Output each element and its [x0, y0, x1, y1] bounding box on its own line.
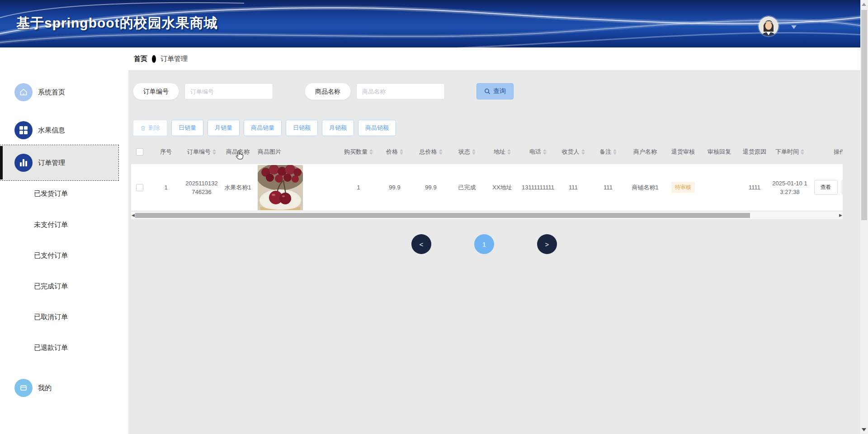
column-header-remark[interactable]: 备注: [591, 148, 625, 156]
breadcrumb-current: 订单管理: [160, 55, 188, 63]
column-header-total[interactable]: 总价格: [412, 148, 450, 156]
content-body: 订单编号 商品名称 查询 删除 日销量 月销量 商品销量: [128, 71, 860, 434]
product-sales-button[interactable]: 商品销量: [244, 120, 282, 136]
sort-caret-icon[interactable]: [801, 149, 804, 155]
column-header-merchant: 商户名称: [625, 148, 665, 156]
sidebar-item-shipped-orders[interactable]: 已发货订单: [0, 184, 118, 203]
column-header-address[interactable]: 地址: [484, 148, 520, 156]
sidebar-item-cancelled-orders[interactable]: 已取消订单: [0, 308, 118, 326]
view-button[interactable]: 查看: [814, 180, 838, 195]
sidebar-item-system-home[interactable]: 系统首页: [0, 77, 118, 108]
sidebar-item-completed-orders[interactable]: 已完成订单: [0, 277, 118, 295]
sidebar-item-label: 已支付订单: [34, 251, 68, 260]
sidebar-item-refunded-orders[interactable]: 已退款订单: [0, 339, 118, 357]
product-revenue-button[interactable]: 商品销额: [358, 120, 396, 136]
grid-icon: [14, 121, 33, 139]
cell-index: 1: [148, 184, 184, 191]
pagination-prev-button[interactable]: <: [411, 234, 431, 254]
scroll-down-arrow-icon[interactable]: [862, 428, 866, 431]
cell-qty: 1: [340, 184, 377, 191]
sidebar-item-label: 订单管理: [38, 159, 65, 167]
breadcrumb-home[interactable]: 首页: [134, 55, 147, 63]
monthly-revenue-label: 月销额: [329, 124, 347, 132]
search-button-label: 查询: [493, 87, 506, 95]
select-all-checkbox[interactable]: [136, 148, 143, 156]
order-no-filter-label: 订单编号: [133, 83, 179, 100]
sidebar-item-label: 已发货订单: [34, 189, 68, 198]
monthly-revenue-button[interactable]: 月销额: [322, 120, 354, 136]
table-header-row: 序号 订单编号 商品名称 商品图片 购买数量 价格 总价格 状态 地址 电话 收…: [131, 140, 843, 164]
cell-return-audit: 待审核: [665, 182, 701, 193]
row-checkbox[interactable]: [136, 184, 143, 191]
product-revenue-label: 商品销额: [365, 124, 389, 132]
cell-remark: 111: [591, 184, 625, 191]
column-header-image: 商品图片: [256, 148, 340, 156]
sort-caret-icon[interactable]: [212, 149, 216, 155]
daily-revenue-label: 日销额: [293, 124, 311, 132]
pagination-next-button[interactable]: >: [537, 234, 557, 254]
refund-button[interactable]: 退货: [842, 180, 843, 195]
daily-sales-label: 日销量: [179, 124, 196, 132]
cell-image: [256, 165, 340, 210]
sidebar-item-fruit-info[interactable]: 水果信息: [0, 115, 118, 146]
sort-caret-icon[interactable]: [439, 149, 443, 155]
scroll-right-arrow-icon[interactable]: ▶: [839, 213, 842, 218]
column-header-phone[interactable]: 电话: [520, 148, 556, 156]
sort-caret-icon[interactable]: [613, 149, 617, 155]
column-header-audit-reply: 审核回复: [701, 148, 737, 156]
cell-return-reason: 1111: [737, 184, 772, 191]
column-header-index: 序号: [148, 148, 184, 156]
cell-product: 水果名称1: [220, 184, 256, 192]
column-header-price[interactable]: 价格: [377, 148, 412, 156]
sidebar-item-order-management[interactable]: 订单管理: [0, 145, 118, 180]
column-header-return-reason: 退货原因: [737, 148, 772, 156]
column-header-order-no[interactable]: 订单编号: [184, 148, 220, 156]
main-content: 首页 订单管理 订单编号 商品名称 查询 删除: [128, 47, 860, 434]
column-header-receiver[interactable]: 收货人: [556, 148, 591, 156]
breadcrumb-separator-icon: [152, 55, 156, 63]
sidebar-item-unpaid-orders[interactable]: 未支付订单: [0, 216, 118, 234]
scroll-up-arrow-icon[interactable]: [862, 3, 866, 6]
avatar[interactable]: [759, 16, 778, 36]
status-badge: 待审核: [671, 182, 695, 193]
order-no-input[interactable]: [184, 83, 273, 99]
pagination: < 1 >: [128, 234, 840, 254]
cell-phone: 13111111111: [520, 183, 556, 192]
horizontal-scrollbar[interactable]: ◀ ▶: [131, 212, 843, 219]
column-header-qty[interactable]: 购买数量: [340, 148, 377, 156]
scroll-left-arrow-icon[interactable]: ◀: [132, 213, 135, 218]
sort-caret-icon[interactable]: [400, 149, 403, 155]
delete-button-label: 删除: [148, 124, 160, 132]
sort-caret-icon[interactable]: [369, 149, 373, 155]
trash-icon: [140, 125, 146, 131]
vertical-scrollbar-thumb[interactable]: [861, 10, 867, 220]
search-button[interactable]: 查询: [476, 83, 514, 99]
daily-sales-button[interactable]: 日销量: [171, 120, 203, 136]
vertical-scrollbar[interactable]: [860, 0, 868, 434]
sort-caret-icon[interactable]: [472, 149, 476, 155]
cell-status: 已完成: [450, 184, 484, 192]
cell-order-time: 2025-01-10 13:27:38: [772, 179, 808, 196]
avatar-photo: [759, 16, 778, 36]
daily-revenue-button[interactable]: 日销额: [286, 120, 318, 136]
monthly-sales-button[interactable]: 月销量: [208, 120, 240, 136]
sort-caret-icon[interactable]: [581, 149, 585, 155]
sidebar-item-label: 未支付订单: [34, 221, 68, 229]
user-menu-caret-icon[interactable]: [791, 25, 797, 29]
pagination-page-1[interactable]: 1: [474, 234, 494, 254]
sidebar-item-mine[interactable]: 我的: [0, 373, 118, 403]
delete-button[interactable]: 删除: [133, 120, 167, 136]
horizontal-scrollbar-thumb[interactable]: [135, 213, 750, 218]
sidebar-item-paid-orders[interactable]: 已支付订单: [0, 246, 118, 264]
sort-caret-icon[interactable]: [507, 149, 511, 155]
sort-caret-icon[interactable]: [543, 149, 547, 155]
sidebar-item-label: 我的: [38, 384, 52, 392]
sidebar-item-label: 已取消订单: [34, 313, 68, 321]
column-header-status[interactable]: 状态: [450, 148, 484, 156]
product-sales-label: 商品销量: [251, 124, 274, 132]
product-name-filter-label: 商品名称: [305, 83, 351, 100]
product-name-input[interactable]: [356, 83, 445, 99]
column-header-order-time[interactable]: 下单时间: [772, 148, 808, 156]
column-header-ops: 操作: [808, 148, 843, 156]
orders-table: 序号 订单编号 商品名称 商品图片 购买数量 价格 总价格 状态 地址 电话 收…: [131, 140, 843, 219]
